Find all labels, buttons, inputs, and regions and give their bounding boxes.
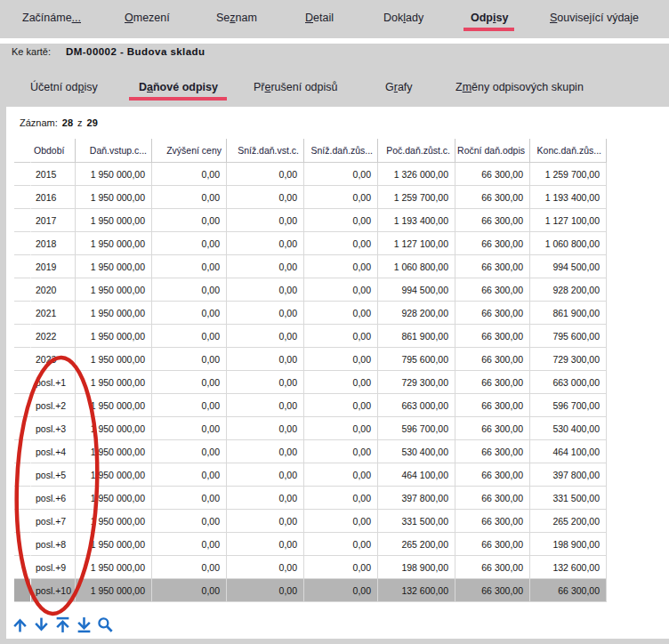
subtab-preruseni-odpisu[interactable]: Přerušení odpisů (254, 81, 338, 94)
table-cell[interactable]: 0,00 (227, 440, 304, 463)
table-cell[interactable]: 66 300,00 (455, 325, 530, 348)
table-cell[interactable]: 1 950 000,00 (76, 394, 152, 417)
table-cell[interactable]: 1 950 000,00 (76, 209, 152, 232)
table-cell[interactable]: 66 300,00 (455, 302, 530, 325)
table-cell[interactable]: posl.+1 (31, 371, 76, 394)
table-cell[interactable]: 1 950 000,00 (76, 533, 152, 556)
table-cell[interactable]: 464 100,00 (378, 463, 455, 487)
table-cell[interactable]: posl.+4 (31, 440, 76, 463)
table-cell[interactable]: 530 400,00 (530, 417, 607, 440)
table-row[interactable]: 20221 950 000,000,000,000,00861 900,0066… (14, 325, 607, 348)
table-cell[interactable]: 1 950 000,00 (76, 348, 152, 371)
table-cell[interactable]: 0,00 (227, 255, 304, 278)
table-cell[interactable]: 265 200,00 (530, 510, 607, 533)
tab-zaciname[interactable]: Začínáme... (22, 12, 81, 25)
table-cell[interactable]: 0,00 (304, 510, 378, 533)
table-cell[interactable]: 0,00 (227, 463, 304, 487)
table-cell[interactable]: 464 100,00 (530, 440, 607, 463)
table-cell[interactable]: 1 193 400,00 (530, 186, 607, 209)
table-cell[interactable]: 132 600,00 (378, 579, 455, 602)
row-selector[interactable] (14, 510, 31, 533)
table-row[interactable]: posl.+81 950 000,000,000,000,00265 200,0… (14, 533, 607, 556)
table-cell[interactable]: 66 300,00 (455, 371, 530, 394)
row-selector[interactable] (14, 209, 31, 232)
table-cell[interactable]: 66 300,00 (455, 255, 530, 278)
table-cell[interactable]: 0,00 (304, 371, 378, 394)
subtab-grafy[interactable]: Grafy (385, 81, 413, 94)
table-cell[interactable]: 1 950 000,00 (76, 487, 152, 510)
column-header[interactable]: Sníž.daň.zůs... (304, 139, 378, 163)
row-selector[interactable] (14, 463, 31, 487)
table-cell[interactable]: 1 060 800,00 (378, 255, 455, 278)
column-header[interactable]: Sníž.daň.vst.c. (227, 139, 304, 163)
table-cell[interactable]: 0,00 (227, 163, 304, 186)
table-cell[interactable]: 2018 (31, 232, 76, 255)
table-cell[interactable]: 2021 (31, 302, 76, 325)
table-cell[interactable]: 0,00 (152, 278, 227, 302)
column-header[interactable]: Roční daň.odpis (455, 139, 530, 163)
table-cell[interactable]: 530 400,00 (378, 440, 455, 463)
table-cell[interactable]: posl.+3 (31, 417, 76, 440)
table-cell[interactable]: 0,00 (227, 325, 304, 348)
table-cell[interactable]: 1 259 700,00 (530, 163, 607, 186)
table-cell[interactable]: 0,00 (227, 348, 304, 371)
table-cell[interactable]: 198 900,00 (378, 556, 455, 579)
row-selector[interactable] (14, 533, 31, 556)
table-cell[interactable]: 0,00 (304, 302, 378, 325)
tab-odpisy[interactable]: Odpisy (471, 12, 508, 25)
move-first-icon[interactable] (54, 616, 71, 633)
table-cell[interactable]: 66 300,00 (455, 348, 530, 371)
table-cell[interactable]: 2023 (31, 348, 76, 371)
table-cell[interactable]: posl.+7 (31, 510, 76, 533)
table-cell[interactable]: 1 950 000,00 (76, 556, 152, 579)
table-cell[interactable]: 0,00 (227, 417, 304, 440)
row-selector[interactable] (14, 325, 31, 348)
table-cell[interactable]: 1 950 000,00 (76, 186, 152, 209)
row-selector[interactable] (14, 255, 31, 278)
table-row[interactable]: 20191 950 000,000,000,000,001 060 800,00… (14, 255, 607, 278)
subtab-danove-odpisy[interactable]: Daňové odpisy (139, 81, 218, 94)
table-cell[interactable]: 1 060 800,00 (530, 232, 607, 255)
table-cell[interactable]: 0,00 (304, 232, 378, 255)
table-cell[interactable]: 663 000,00 (378, 394, 455, 417)
table-cell[interactable]: 1 193 400,00 (378, 209, 455, 232)
row-selector[interactable] (14, 186, 31, 209)
row-selector[interactable] (14, 348, 31, 371)
table-cell[interactable]: 729 300,00 (530, 348, 607, 371)
table-cell[interactable]: 0,00 (227, 186, 304, 209)
row-selector[interactable] (14, 371, 31, 394)
table-cell[interactable]: 2020 (31, 278, 76, 302)
table-cell[interactable]: 0,00 (304, 163, 378, 186)
subtab-ucetni-odpisy[interactable]: Účetní odpisy (30, 81, 98, 94)
table-cell[interactable]: 0,00 (152, 556, 227, 579)
table-cell[interactable]: 1 950 000,00 (76, 417, 152, 440)
table-cell[interactable]: 1 950 000,00 (76, 232, 152, 255)
table-cell[interactable]: 66 300,00 (455, 417, 530, 440)
column-header[interactable]: Období (31, 139, 76, 163)
table-cell[interactable]: 0,00 (152, 232, 227, 255)
table-cell[interactable]: 1 950 000,00 (76, 579, 152, 602)
tab-omezeni[interactable]: Omezení (125, 12, 170, 25)
table-cell[interactable]: 2019 (31, 255, 76, 278)
table-cell[interactable]: 1 127 100,00 (378, 232, 455, 255)
table-cell[interactable]: 0,00 (304, 463, 378, 487)
table-cell[interactable]: 66 300,00 (455, 163, 530, 186)
table-cell[interactable]: 0,00 (304, 209, 378, 232)
move-last-icon[interactable] (76, 616, 93, 633)
table-cell[interactable]: 1 950 000,00 (76, 463, 152, 487)
table-cell[interactable]: 0,00 (152, 533, 227, 556)
table-cell[interactable]: 0,00 (227, 510, 304, 533)
table-cell[interactable]: 1 950 000,00 (76, 325, 152, 348)
table-cell[interactable]: 2022 (31, 325, 76, 348)
column-header[interactable]: Poč.daň.zůst.c. (378, 139, 455, 163)
table-cell[interactable]: 0,00 (152, 487, 227, 510)
table-cell[interactable]: 1 326 000,00 (378, 163, 455, 186)
table-cell[interactable]: 0,00 (152, 302, 227, 325)
table-cell[interactable]: 0,00 (152, 209, 227, 232)
table-cell[interactable]: 0,00 (304, 417, 378, 440)
column-header[interactable]: Daň.vstup.c... (76, 139, 152, 163)
search-icon[interactable] (97, 616, 114, 633)
table-cell[interactable]: 66 300,00 (455, 510, 530, 533)
table-cell[interactable]: 0,00 (152, 417, 227, 440)
table-cell[interactable]: 0,00 (227, 278, 304, 302)
